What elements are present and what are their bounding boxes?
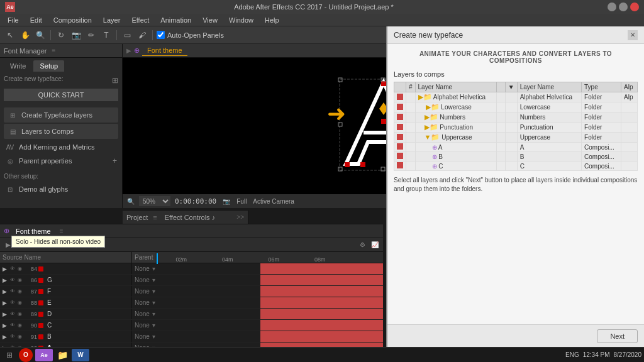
comp-camera-icon[interactable]: 📷 bbox=[221, 198, 232, 205]
timeline-tab-font-theme[interactable]: Font theme bbox=[13, 226, 53, 236]
timeline-menu-icon[interactable]: ≡ bbox=[60, 228, 64, 234]
selection-tool-icon[interactable]: ↖ bbox=[4, 29, 16, 41]
add-parent-icon[interactable]: + bbox=[113, 156, 117, 165]
menu-composition[interactable]: Composition bbox=[48, 15, 97, 25]
taskbar-files-icon[interactable]: 📁 bbox=[55, 348, 69, 362]
hand-tool-icon[interactable]: ✋ bbox=[19, 29, 31, 41]
track-expand-90[interactable]: ▶ bbox=[3, 322, 8, 329]
track-solo-89[interactable]: ◉ bbox=[18, 311, 22, 317]
create-typeface-layers-label: Create Typeface layers bbox=[21, 111, 92, 119]
add-typeface-icon[interactable]: ⊞ bbox=[112, 76, 118, 85]
parent-arrow-84[interactable]: ▾ bbox=[152, 265, 155, 272]
layers-to-comps-item[interactable]: ▤ Layers to Comps bbox=[4, 124, 118, 139]
project-label[interactable]: Project bbox=[126, 214, 148, 221]
menu-help[interactable]: Help bbox=[260, 15, 284, 25]
taskbar-ae-app[interactable]: Ae bbox=[35, 349, 53, 361]
tl-graph-icon[interactable]: 📈 bbox=[369, 239, 380, 251]
lr-e2-b bbox=[505, 152, 517, 162]
track-solo-87[interactable]: ◉ bbox=[18, 288, 22, 294]
track-expand-84[interactable]: ▶ bbox=[3, 266, 8, 272]
menu-animation[interactable]: Animation bbox=[155, 15, 196, 25]
rotate-tool-icon[interactable]: ↻ bbox=[55, 29, 67, 41]
track-visible-89[interactable]: 👁 bbox=[10, 311, 15, 317]
track-solo-88[interactable]: ◉ bbox=[18, 300, 22, 305]
toolbar-separator-2 bbox=[116, 30, 117, 40]
zoom-select[interactable]: 50% 100% bbox=[139, 196, 170, 206]
menu-edit[interactable]: Edit bbox=[25, 15, 47, 25]
menu-file[interactable]: File bbox=[3, 15, 24, 25]
menu-window[interactable]: Window bbox=[224, 15, 258, 25]
taskbar-start-icon[interactable]: ⊞ bbox=[3, 348, 16, 362]
track-visible-86[interactable]: 👁 bbox=[10, 277, 15, 283]
parent-properties-label: Parent properties bbox=[19, 157, 72, 165]
maximize-button[interactable] bbox=[619, 3, 628, 11]
time-mark-02m: 02m bbox=[158, 256, 204, 263]
track-expand-89[interactable]: ▶ bbox=[3, 311, 8, 317]
track-timeline-84[interactable] bbox=[260, 263, 384, 274]
parent-arrow-88[interactable]: ▾ bbox=[152, 299, 155, 306]
add-kerning-item[interactable]: AV Add Kerning and Metrics bbox=[4, 140, 118, 154]
menu-effect[interactable]: Effect bbox=[126, 15, 154, 25]
menu-view[interactable]: View bbox=[197, 15, 223, 25]
track-solo-86[interactable]: ◉ bbox=[18, 277, 22, 283]
lr-e2-upper bbox=[505, 133, 517, 143]
quick-start-button[interactable]: QUICK START bbox=[4, 89, 118, 101]
track-info-91: ▶ 👁 ◉ 91 B bbox=[0, 331, 132, 342]
demo-glyphs-item[interactable]: ⊡ Demo all glyphs bbox=[4, 182, 118, 196]
camera-tool-icon[interactable]: 📷 bbox=[70, 29, 82, 41]
pen-tool-icon[interactable]: ✏ bbox=[85, 29, 97, 41]
project-expand-icon[interactable]: >> bbox=[236, 214, 244, 221]
track-expand-88[interactable]: ▶ bbox=[3, 300, 8, 306]
tl-settings-icon[interactable]: ⚙ bbox=[357, 239, 368, 251]
track-expand-87[interactable]: ▶ bbox=[3, 288, 8, 295]
taskbar-word-app[interactable]: W bbox=[72, 349, 89, 361]
comp-tab-font-theme[interactable]: Font theme bbox=[142, 45, 187, 56]
taskbar-opera-app[interactable]: O bbox=[19, 348, 33, 362]
parent-arrow-86[interactable]: ▾ bbox=[152, 277, 155, 283]
effect-controls-label[interactable]: Effect Controls ♪ bbox=[165, 214, 216, 221]
shape-tool-icon[interactable]: ▭ bbox=[121, 29, 133, 41]
kerning-icon: AV bbox=[5, 142, 15, 152]
minimize-button[interactable] bbox=[608, 3, 616, 11]
playhead[interactable] bbox=[157, 253, 158, 264]
tab-setup[interactable]: Setup bbox=[33, 60, 64, 72]
track-solo-84[interactable]: ◉ bbox=[18, 266, 22, 272]
track-timeline-86[interactable] bbox=[260, 275, 384, 285]
parent-arrow-90[interactable]: ▾ bbox=[152, 322, 155, 329]
comp-full-label: Full bbox=[235, 198, 248, 205]
brush-tool-icon[interactable]: 🖌 bbox=[136, 29, 148, 41]
track-expand-91[interactable]: ▶ bbox=[3, 334, 8, 340]
tab-write[interactable]: Write bbox=[4, 60, 32, 72]
text-tool-icon[interactable]: T bbox=[100, 29, 113, 41]
track-timeline-89[interactable] bbox=[260, 309, 384, 319]
track-visible-88[interactable]: 👁 bbox=[10, 300, 15, 305]
zoom-tool-icon[interactable]: 🔍 bbox=[34, 29, 47, 41]
track-visible-87[interactable]: 👁 bbox=[10, 288, 15, 294]
track-visible-90[interactable]: 👁 bbox=[10, 322, 15, 328]
parent-arrow-87[interactable]: ▾ bbox=[152, 288, 155, 295]
close-button[interactable] bbox=[630, 3, 639, 11]
parent-arrow-89[interactable]: ▾ bbox=[152, 310, 155, 317]
track-timeline-90[interactable] bbox=[260, 320, 384, 331]
project-panel-icon[interactable]: ≡ bbox=[153, 214, 157, 221]
lr-name2-punct: Punctuation bbox=[517, 123, 581, 133]
create-typeface-layers-item[interactable]: ⊞ Create Typeface layers bbox=[4, 107, 118, 123]
menu-layer[interactable]: Layer bbox=[98, 15, 126, 25]
track-timeline-88[interactable] bbox=[260, 297, 384, 308]
parent-properties-item[interactable]: ◎ Parent properties + bbox=[4, 154, 118, 168]
track-visible-84[interactable]: 👁 bbox=[10, 266, 15, 272]
comp-magnifier-icon[interactable]: 🔍 bbox=[125, 198, 136, 205]
auto-open-checkbox[interactable] bbox=[157, 31, 165, 39]
track-timeline-91[interactable] bbox=[260, 331, 384, 342]
parent-arrow-91[interactable]: ▾ bbox=[152, 333, 155, 340]
dialog-close-button[interactable]: ✕ bbox=[628, 30, 638, 40]
track-expand-86[interactable]: ▶ bbox=[3, 277, 8, 283]
next-button[interactable]: Next bbox=[597, 329, 638, 343]
comp-timecode[interactable]: 0:00:00:00 bbox=[173, 197, 218, 206]
track-solo-90[interactable]: ◉ bbox=[18, 322, 22, 328]
panel-menu-icon[interactable]: ≡ bbox=[52, 47, 55, 54]
comp-type-icon: ⊕ bbox=[134, 47, 140, 55]
track-timeline-87[interactable] bbox=[260, 286, 384, 297]
track-visible-91[interactable]: 👁 bbox=[10, 334, 15, 339]
track-solo-91[interactable]: ◉ bbox=[18, 334, 22, 339]
